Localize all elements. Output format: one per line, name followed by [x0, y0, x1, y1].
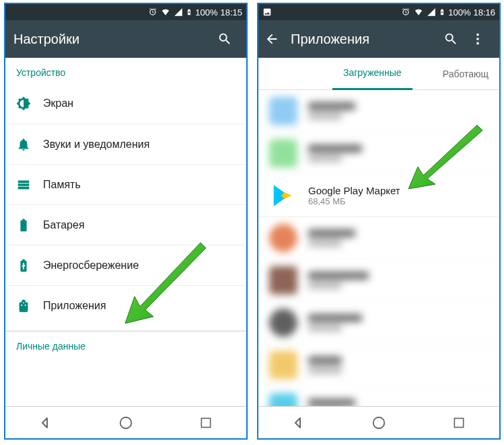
signal-icon [174, 7, 183, 17]
storage-icon [16, 177, 43, 192]
nav-back[interactable] [279, 407, 319, 439]
display-icon [16, 96, 43, 111]
overflow-icon[interactable] [464, 26, 491, 52]
item-sound[interactable]: Звуки и уведомления [5, 124, 246, 164]
item-label: Батарея [43, 219, 85, 231]
image-icon [262, 7, 272, 17]
svg-point-7 [373, 417, 385, 428]
phone-apps: 100% 18:16 Приложения Загруженные Работа… [257, 3, 501, 440]
back-icon[interactable] [258, 26, 285, 52]
nav-recent[interactable] [186, 407, 226, 439]
item-label: Экран [43, 97, 73, 110]
time-text: 18:16 [473, 7, 495, 17]
status-bar: 100% 18:15 [5, 4, 246, 20]
app-size: 68,45 МБ [308, 196, 400, 206]
nav-back[interactable] [26, 407, 66, 439]
section-personal: Личные данные [5, 331, 246, 357]
apps-icon [16, 298, 43, 313]
nav-home[interactable] [106, 407, 146, 439]
tab-running[interactable]: Работающ [432, 58, 499, 90]
svg-point-0 [21, 304, 22, 305]
item-display[interactable]: Экран [5, 83, 246, 124]
app-row-blurred[interactable] [258, 344, 499, 387]
bell-icon [16, 137, 43, 152]
battery-icon [186, 7, 192, 17]
svg-point-6 [476, 42, 479, 45]
power-icon [16, 258, 43, 273]
alarm-icon [401, 7, 410, 17]
item-memory[interactable]: Память [5, 164, 246, 204]
nav-recent[interactable] [439, 407, 479, 439]
nav-bar [258, 406, 499, 438]
time-text: 18:15 [220, 7, 242, 17]
page-title: Приложения [291, 32, 437, 47]
page-title: Настройки [13, 32, 211, 47]
signal-icon [427, 7, 436, 17]
app-bar: Приложения [258, 20, 499, 58]
annotation-arrow [403, 118, 491, 192]
nav-bar [5, 406, 246, 438]
nav-home[interactable] [359, 407, 399, 439]
item-label: Приложения [43, 300, 106, 312]
battery-icon [439, 7, 445, 17]
annotation-arrow [120, 236, 214, 330]
search-icon[interactable] [437, 26, 464, 52]
item-label: Звуки и уведомления [43, 138, 149, 151]
app-row-blurred[interactable] [258, 217, 499, 259]
app-row-blurred[interactable] [258, 387, 499, 406]
app-bar: Настройки [5, 20, 246, 58]
battery-text: 100% [195, 7, 217, 17]
wifi-icon [160, 7, 171, 17]
svg-rect-3 [202, 418, 211, 427]
play-store-icon [269, 181, 297, 210]
svg-point-1 [25, 304, 26, 305]
phone-settings: 100% 18:15 Настройки Устройство Экран Зв… [4, 3, 248, 440]
status-bar: 100% 18:16 [258, 4, 499, 20]
svg-point-5 [476, 38, 479, 40]
tab-downloaded[interactable]: Загруженные [332, 58, 412, 90]
app-row-blurred[interactable] [258, 259, 499, 302]
svg-point-2 [120, 417, 132, 428]
tabs: Загруженные Работающ [258, 58, 499, 90]
app-row-blurred[interactable] [258, 302, 499, 344]
battery-text: 100% [448, 7, 470, 17]
section-device: Устройство [5, 58, 246, 83]
svg-rect-8 [455, 418, 464, 427]
search-icon[interactable] [211, 26, 238, 52]
svg-point-4 [476, 34, 479, 36]
alarm-icon [148, 7, 157, 17]
item-label: Память [43, 179, 81, 191]
wifi-icon [413, 7, 424, 17]
settings-content: Устройство Экран Звуки и уведомления Пам… [5, 58, 246, 406]
app-name: Google Play Маркет [308, 185, 400, 196]
battery-icon [16, 218, 43, 233]
